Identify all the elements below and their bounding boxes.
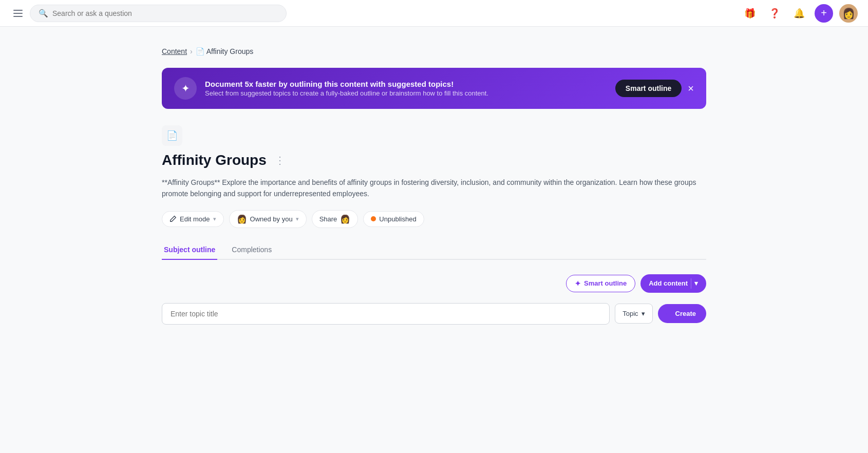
tab-completions[interactable]: Completions — [230, 240, 274, 260]
content-actions: ✦ Smart outline Add content ▾ — [162, 274, 706, 293]
hamburger-menu[interactable] — [10, 7, 26, 20]
pencil-icon — [169, 215, 177, 222]
nav-right: 🎁 ❓ 🔔 + 👩 — [741, 4, 858, 23]
banner-title: Document 5x faster by outlining this con… — [205, 80, 488, 88]
add-content-label: Add content — [649, 279, 688, 287]
topic-input-row: Topic ▾ Create — [162, 303, 706, 325]
add-content-separator — [691, 278, 691, 289]
tabs-row: Subject outline Completions — [162, 240, 706, 260]
banner-text: Document 5x faster by outlining this con… — [205, 80, 488, 97]
banner-subtitle: Select from suggested topics to create a… — [205, 89, 488, 97]
breadcrumb-current-label: Affinity Groups — [206, 47, 254, 55]
topic-dropdown-chevron-icon: ▾ — [641, 310, 645, 317]
topic-title-input[interactable] — [162, 303, 610, 325]
nav-left: 🔍 — [10, 5, 287, 22]
banner-left: ✦ Document 5x faster by outlining this c… — [174, 77, 488, 100]
owned-by-label: Owned by you — [250, 215, 293, 223]
doc-title-row: Affinity Groups ⋮ — [162, 152, 706, 168]
edit-mode-chevron: ▾ — [213, 216, 216, 222]
banner-close-button[interactable]: × — [688, 83, 694, 93]
main-content: Content › 📄 Affinity Groups ✦ Document 5… — [152, 27, 716, 345]
gift-icon-button[interactable]: 🎁 — [741, 4, 759, 23]
add-content-chevron-icon: ▾ — [694, 279, 698, 287]
document-description: **Affinity Groups** Explore the importan… — [162, 177, 706, 200]
search-bar: 🔍 — [30, 5, 287, 22]
breadcrumb-doc-icon: 📄 — [196, 47, 204, 55]
smart-outline-button[interactable]: ✦ Smart outline — [566, 275, 635, 292]
smart-outline-icon: ✦ — [575, 279, 581, 288]
owned-by-button[interactable]: 👩 Owned by you ▾ — [229, 210, 307, 228]
smart-outline-banner: ✦ Document 5x faster by outlining this c… — [162, 68, 706, 109]
banner-smart-outline-button[interactable]: Smart outline — [615, 80, 682, 97]
share-label: Share — [319, 215, 337, 223]
unpublished-button[interactable]: Unpublished — [363, 211, 424, 227]
edit-mode-label: Edit mode — [180, 215, 210, 223]
owned-by-chevron: ▾ — [296, 216, 299, 222]
breadcrumb-parent[interactable]: Content — [162, 47, 187, 55]
breadcrumb: Content › 📄 Affinity Groups — [162, 47, 706, 55]
banner-icon: ✦ — [174, 77, 197, 100]
smart-outline-btn-label: Smart outline — [584, 279, 627, 287]
create-cursor-icon — [666, 311, 672, 317]
document-header: 📄 Affinity Groups ⋮ **Affinity Groups** … — [162, 125, 706, 228]
topic-type-label: Topic — [622, 310, 638, 317]
owner-avatar: 👩 — [237, 214, 247, 224]
share-avatar: 👩 — [340, 214, 350, 224]
document-menu-button[interactable]: ⋮ — [273, 152, 287, 168]
document-icon: 📄 — [162, 125, 182, 146]
topic-type-dropdown[interactable]: Topic ▾ — [615, 304, 652, 324]
search-input[interactable] — [52, 9, 278, 17]
add-button[interactable]: + — [815, 4, 833, 23]
create-button[interactable]: Create — [658, 304, 706, 323]
breadcrumb-current: 📄 Affinity Groups — [196, 47, 254, 55]
search-icon: 🔍 — [39, 9, 48, 18]
breadcrumb-separator: › — [190, 47, 193, 55]
help-icon-button[interactable]: ❓ — [765, 4, 784, 23]
avatar[interactable]: 👩 — [839, 4, 858, 23]
tab-subject-outline[interactable]: Subject outline — [162, 240, 217, 260]
create-btn-label: Create — [675, 310, 696, 317]
edit-mode-button[interactable]: Edit mode ▾ — [162, 211, 224, 227]
add-content-button[interactable]: Add content ▾ — [640, 274, 706, 293]
document-toolbar: Edit mode ▾ 👩 Owned by you ▾ Share 👩 Unp… — [162, 210, 706, 228]
banner-right: Smart outline × — [615, 80, 694, 97]
unpublished-label: Unpublished — [379, 215, 416, 223]
top-navigation: 🔍 🎁 ❓ 🔔 + 👩 — [0, 0, 868, 27]
status-dot — [371, 216, 376, 221]
notification-icon-button[interactable]: 🔔 — [790, 4, 808, 23]
share-button[interactable]: Share 👩 — [312, 210, 358, 228]
document-title: Affinity Groups — [162, 152, 267, 168]
